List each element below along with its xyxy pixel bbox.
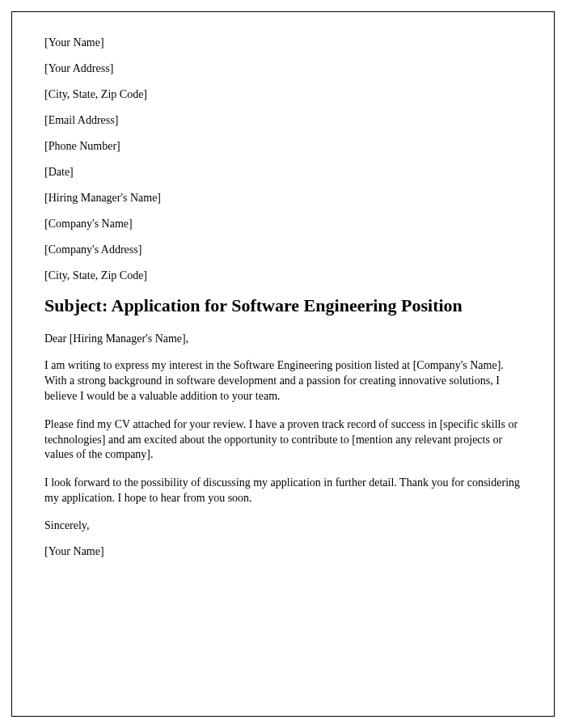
body-paragraph-3: I look forward to the possibility of dis… xyxy=(44,476,522,506)
company-city-state-zip: [City, State, Zip Code] xyxy=(44,269,522,282)
sender-email: [Email Address] xyxy=(44,114,522,127)
company-address: [Company's Address] xyxy=(44,243,522,256)
sender-address: [Your Address] xyxy=(44,62,522,75)
body-paragraph-2: Please find my CV attached for your revi… xyxy=(44,417,522,463)
letter-date: [Date] xyxy=(44,166,522,179)
document-page: [Your Name] [Your Address] [City, State,… xyxy=(11,11,555,717)
sender-name: [Your Name] xyxy=(44,36,522,49)
company-name: [Company's Name] xyxy=(44,218,522,231)
closing: Sincerely, xyxy=(44,519,522,532)
signature-name: [Your Name] xyxy=(44,545,522,558)
recipient-name: [Hiring Manager's Name] xyxy=(44,192,522,205)
sender-city-state-zip: [City, State, Zip Code] xyxy=(44,88,522,101)
salutation: Dear [Hiring Manager's Name], xyxy=(44,332,522,345)
sender-phone: [Phone Number] xyxy=(44,140,522,153)
body-paragraph-1: I am writing to express my interest in t… xyxy=(44,358,522,404)
subject-line: Subject: Application for Software Engine… xyxy=(44,295,522,316)
